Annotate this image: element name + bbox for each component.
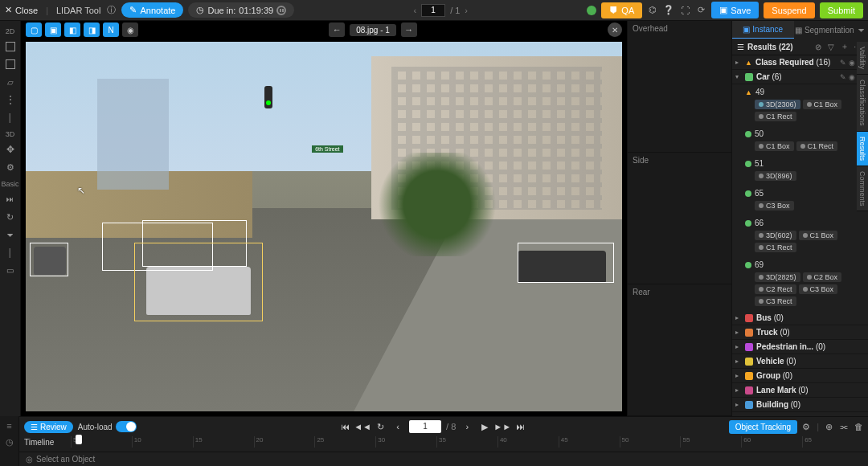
loop-icon[interactable]: ↻ xyxy=(374,420,387,433)
tool-filter[interactable] xyxy=(2,227,18,243)
tool-rect[interactable] xyxy=(2,39,18,55)
view-btn-3[interactable]: ◧ xyxy=(64,22,80,37)
tool-skip[interactable] xyxy=(2,191,18,207)
instance-51[interactable]: 51 3D(896) xyxy=(732,156,868,186)
eye-icon[interactable]: ◉ xyxy=(849,59,855,67)
view-btn-5[interactable]: N xyxy=(103,22,119,37)
bbox-selected[interactable] xyxy=(134,243,263,321)
instance-65[interactable]: 65 C3 Box xyxy=(732,186,868,215)
filter-icon[interactable]: ⏷ xyxy=(855,21,868,39)
sort-icon[interactable]: ⊘ xyxy=(815,43,825,51)
review-button[interactable]: ☰Review xyxy=(24,421,73,433)
funnel-icon[interactable]: ▽ xyxy=(828,43,837,51)
step-fwd-icon[interactable]: ►► xyxy=(496,420,509,433)
timeline-track[interactable]: 5101520253035404550556065 xyxy=(71,436,863,452)
prev-frame-icon[interactable]: ‹ xyxy=(391,420,404,433)
pause-icon[interactable] xyxy=(276,6,286,15)
tab-instance[interactable]: ▣Instance xyxy=(732,21,794,39)
vtab-comments[interactable]: Comments xyxy=(857,166,868,212)
tool-settings[interactable] xyxy=(2,159,18,175)
chip-box[interactable]: C1 Box xyxy=(803,100,842,109)
file-next[interactable]: → xyxy=(401,22,417,37)
submit-button[interactable]: Submit xyxy=(820,2,863,18)
frame-input[interactable]: 1 xyxy=(409,420,441,433)
chevron-icon[interactable]: ▸ xyxy=(735,59,742,66)
bbox-1[interactable] xyxy=(30,243,68,276)
chip-rect[interactable]: C3 Rect xyxy=(755,296,796,306)
info-icon[interactable]: ⓘ xyxy=(105,5,117,16)
center-icon[interactable]: ⊕ xyxy=(825,422,833,432)
chip-3d[interactable]: 3D(2306) xyxy=(755,100,800,109)
chip-box[interactable]: C3 Box xyxy=(799,284,838,294)
class-car-row[interactable]: ▾ Car (6) ✎◉🗑 xyxy=(732,70,868,84)
chip-box[interactable]: C2 Box xyxy=(803,272,842,282)
page-input[interactable] xyxy=(421,4,445,17)
class-vehicle-row[interactable]: ▸Vehicle (0) xyxy=(732,354,868,369)
vtab-validity[interactable]: Validity xyxy=(857,42,868,75)
viewport-close[interactable]: ✕ xyxy=(608,22,622,37)
edit-icon[interactable]: ✎ xyxy=(840,73,846,81)
class-group-row[interactable]: ▸Group (0) xyxy=(732,369,868,383)
edit-icon[interactable]: ✎ xyxy=(840,59,846,67)
skip-fwd-all-icon[interactable]: ⏭ xyxy=(514,420,526,433)
chip-box[interactable]: C1 Box xyxy=(755,141,794,151)
annotate-button[interactable]: ✎ Annotate xyxy=(121,2,183,18)
chip-box[interactable]: C3 Box xyxy=(755,201,794,211)
page-next-icon[interactable]: › xyxy=(465,6,468,15)
next-frame-icon[interactable]: › xyxy=(461,420,473,433)
fullscreen-icon[interactable]: ⛶ xyxy=(679,5,690,16)
settings-icon[interactable]: ≡ xyxy=(6,421,11,431)
plus-icon[interactable]: ＋ xyxy=(841,41,850,52)
chip-3d[interactable]: 3D(602) xyxy=(755,231,796,240)
class-lane-row[interactable]: ▸Lane Mark (0) xyxy=(732,383,868,398)
suspend-button[interactable]: Suspend xyxy=(764,2,814,18)
clock-icon[interactable]: ◷ xyxy=(6,437,14,448)
chip-rect[interactable]: C2 Rect xyxy=(755,284,796,294)
gear-icon[interactable]: ⚙ xyxy=(802,422,810,432)
tool-points[interactable] xyxy=(2,92,18,108)
bbox-5[interactable] xyxy=(518,243,614,283)
class-bus-row[interactable]: ▸Bus (0) xyxy=(732,311,868,325)
record-button[interactable]: ◉ xyxy=(122,22,138,37)
chip-rect[interactable]: C1 Rect xyxy=(796,141,838,151)
chip-rect[interactable]: C1 Rect xyxy=(755,243,796,252)
tool-polygon[interactable] xyxy=(2,74,18,90)
vtab-results[interactable]: Results xyxy=(857,132,868,166)
close-button[interactable]: ✕ Close xyxy=(5,5,38,15)
tool-divider[interactable] xyxy=(2,244,18,260)
tool-refresh[interactable] xyxy=(2,209,18,225)
class-required-row[interactable]: ▸ ▲ Class Required (16) ✎◉🗑 xyxy=(732,55,868,70)
tool-frame[interactable] xyxy=(2,262,18,278)
class-ped-row[interactable]: ▸Pedestrian in... (0) xyxy=(732,340,868,354)
view-btn-1[interactable]: ▢ xyxy=(26,22,42,37)
tool-line[interactable] xyxy=(2,109,18,125)
play-icon[interactable]: ▶ xyxy=(478,420,491,433)
view-btn-4[interactable]: ◨ xyxy=(84,22,100,37)
main-viewport[interactable]: 6th Street ↖ xyxy=(21,39,627,416)
tab-segmentation[interactable]: ▦Segmentation xyxy=(794,21,856,39)
view-btn-2[interactable]: ▣ xyxy=(45,22,61,37)
instance-66[interactable]: 66 3D(602) C1 Box C1 Rect xyxy=(732,215,868,257)
qa-button[interactable]: ⛊QA xyxy=(601,2,642,18)
save-button[interactable]: ▣Save xyxy=(711,2,759,18)
eye-icon[interactable]: ◉ xyxy=(849,73,855,81)
help-icon[interactable]: ❔ xyxy=(663,5,674,16)
link-icon[interactable]: ⫘ xyxy=(839,422,848,431)
chevron-down-icon[interactable]: ▾ xyxy=(735,73,742,80)
bug-icon[interactable]: ⌬ xyxy=(647,5,658,16)
vtab-classifications[interactable]: Classifications xyxy=(857,75,868,132)
step-back-icon[interactable]: ◄◄ xyxy=(356,420,369,433)
instance-50[interactable]: 50 C1 Box C1 Rect xyxy=(732,126,868,156)
skip-back-all-icon[interactable]: ⏮ xyxy=(338,420,351,433)
chip-box[interactable]: C1 Box xyxy=(799,231,838,240)
chip-3d[interactable]: 3D(2825) xyxy=(755,272,800,282)
instance-69[interactable]: 69 3D(2825) C2 Box C2 Rect C3 Box C3 Rec… xyxy=(732,257,868,311)
refresh-icon[interactable]: ⟳ xyxy=(695,5,706,16)
object-tracking-button[interactable]: Object Tracking xyxy=(729,420,797,434)
chip-rect[interactable]: C1 Rect xyxy=(755,112,796,121)
chip-3d[interactable]: 3D(896) xyxy=(755,171,796,181)
page-prev-icon[interactable]: ‹ xyxy=(413,6,416,15)
instance-49[interactable]: ▲49 3D(2306) C1 Box C1 Rect xyxy=(732,84,868,126)
tool-box[interactable] xyxy=(2,56,18,72)
file-prev[interactable]: ← xyxy=(329,22,345,37)
